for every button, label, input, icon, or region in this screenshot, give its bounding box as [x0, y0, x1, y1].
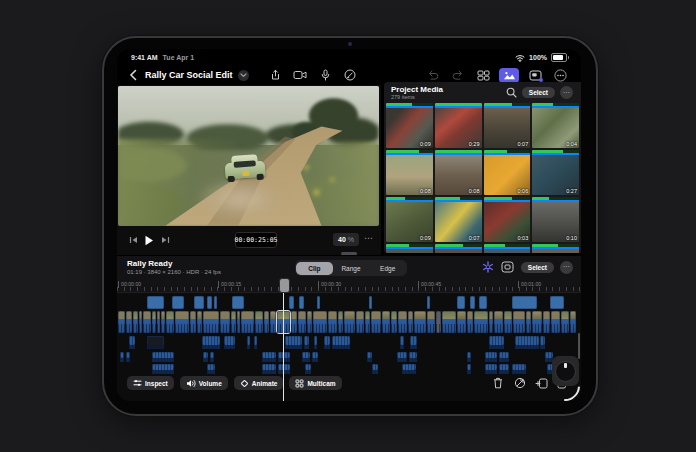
timeline-clip[interactable]: [489, 336, 504, 349]
timeline-clip[interactable]: [133, 311, 138, 333]
jog-wheel[interactable]: [552, 356, 579, 386]
media-item[interactable]: [532, 244, 579, 253]
timeline-clip[interactable]: [118, 311, 125, 333]
timeline-clip[interactable]: [210, 352, 214, 362]
timeline-clip[interactable]: [203, 311, 219, 333]
timeline-clip[interactable]: [540, 336, 545, 349]
timecode-display[interactable]: 00:00:25:05: [235, 232, 277, 248]
timeline-clip[interactable]: [371, 311, 381, 333]
timeline-clip[interactable]: [194, 296, 204, 309]
viewer-zoom-control[interactable]: 40 %: [333, 233, 359, 246]
more-menu-button[interactable]: [551, 68, 569, 83]
retime-icon[interactable]: [512, 376, 527, 390]
media-browser-icon[interactable]: [499, 68, 519, 83]
viewer-layout-icon[interactable]: [474, 68, 492, 83]
timeline-clip[interactable]: [410, 336, 417, 349]
pane-resize-handle[interactable]: [341, 252, 357, 255]
timeline-clip[interactable]: [232, 296, 244, 309]
media-more-button[interactable]: ⋯: [560, 86, 573, 99]
timeline-clip[interactable]: [302, 352, 310, 362]
timeline-clip[interactable]: [356, 311, 364, 333]
media-item[interactable]: 0:06: [484, 150, 531, 195]
timeline-clip[interactable]: [214, 296, 217, 309]
viewer-more-button[interactable]: ⋯: [364, 233, 374, 243]
playhead-handle[interactable]: [279, 278, 290, 293]
timeline-clip[interactable]: [551, 311, 560, 333]
camera-icon[interactable]: [291, 68, 309, 83]
redo-icon[interactable]: [449, 68, 467, 83]
timeline-clip[interactable]: [314, 336, 317, 349]
timeline-clip[interactable]: [391, 311, 397, 333]
timeline-clip[interactable]: [457, 296, 465, 309]
skip-forward-button[interactable]: [157, 232, 173, 248]
timeline-clip[interactable]: [224, 336, 235, 349]
timeline-scrollbar[interactable]: [578, 333, 580, 359]
media-item[interactable]: 0:09: [386, 103, 433, 148]
timeline-clip[interactable]: [409, 352, 417, 362]
timeline-clip[interactable]: [397, 352, 407, 362]
media-item[interactable]: 0:03: [484, 197, 531, 242]
timeline-clip[interactable]: [126, 352, 130, 362]
timeline-clip[interactable]: [442, 311, 456, 333]
media-item[interactable]: [435, 244, 482, 253]
timeline-clip[interactable]: [398, 311, 407, 333]
pencil-icon[interactable]: [341, 68, 359, 83]
media-select-button[interactable]: Select: [522, 87, 555, 98]
timeline-clip[interactable]: [344, 311, 355, 333]
timeline-clip[interactable]: [262, 364, 276, 374]
volume-button[interactable]: Volume: [180, 376, 228, 390]
timeline-clip[interactable]: [532, 311, 542, 333]
timeline-clip[interactable]: [298, 311, 306, 333]
search-icon[interactable]: [506, 87, 517, 98]
timeline-clip[interactable]: [166, 311, 174, 333]
timeline-clip[interactable]: [264, 311, 269, 333]
timeline-clip[interactable]: [175, 311, 189, 333]
timeline-clip[interactable]: [231, 311, 236, 333]
timeline-clip[interactable]: [408, 311, 413, 333]
timeline-clip[interactable]: [237, 311, 240, 333]
timeline-clip[interactable]: [494, 311, 503, 333]
timeline-clip[interactable]: [400, 336, 404, 349]
timeline-clip[interactable]: [561, 311, 569, 333]
timeline-clip[interactable]: [143, 311, 151, 333]
media-item[interactable]: 0:04: [532, 103, 579, 148]
timeline-clip[interactable]: [291, 311, 297, 333]
timeline-clip[interactable]: [278, 352, 290, 362]
timeline-clip[interactable]: [467, 352, 471, 362]
timeline-clip[interactable]: [220, 311, 230, 333]
timeline-clip[interactable]: [247, 336, 250, 349]
media-item[interactable]: 0:09: [386, 197, 433, 242]
timeline-clip[interactable]: [499, 352, 509, 362]
animate-button[interactable]: Animate: [234, 376, 284, 390]
timeline-clip[interactable]: [328, 311, 337, 333]
media-item[interactable]: 0:07: [435, 197, 482, 242]
timeline-clip[interactable]: [367, 352, 372, 362]
timeline-clip[interactable]: [526, 311, 531, 333]
timeline-clip[interactable]: [515, 336, 539, 349]
timeline-clip[interactable]: [197, 311, 202, 333]
timeline-clip[interactable]: [332, 336, 350, 349]
media-item[interactable]: 0:08: [386, 150, 433, 195]
timeline-clip[interactable]: [402, 364, 416, 374]
timeline-clip[interactable]: [470, 296, 475, 309]
timeline-clip[interactable]: [467, 364, 471, 374]
media-item[interactable]: 0:08: [435, 150, 482, 195]
timeline-clip[interactable]: [307, 311, 312, 333]
timeline-clip[interactable]: [152, 311, 156, 333]
timeline-clip[interactable]: [317, 296, 320, 309]
timeline-clip[interactable]: [499, 364, 509, 374]
play-button[interactable]: [141, 232, 157, 248]
timeline-clip[interactable]: [436, 311, 441, 333]
connected-clips-icon[interactable]: [526, 68, 544, 83]
timeline-clip[interactable]: [278, 364, 290, 374]
timeline-select-button[interactable]: Select: [521, 262, 554, 273]
timeline-clip[interactable]: [157, 311, 160, 333]
timeline-clip[interactable]: [365, 311, 370, 333]
timeline-clip[interactable]: [285, 336, 302, 349]
timeline-clip[interactable]: [152, 352, 174, 362]
timeline-clip[interactable]: [312, 352, 318, 362]
timeline-clip[interactable]: [489, 311, 493, 333]
timeline-clip[interactable]: [203, 352, 208, 362]
timeline-clip[interactable]: [152, 364, 174, 374]
timeline-clip[interactable]: [254, 336, 257, 349]
